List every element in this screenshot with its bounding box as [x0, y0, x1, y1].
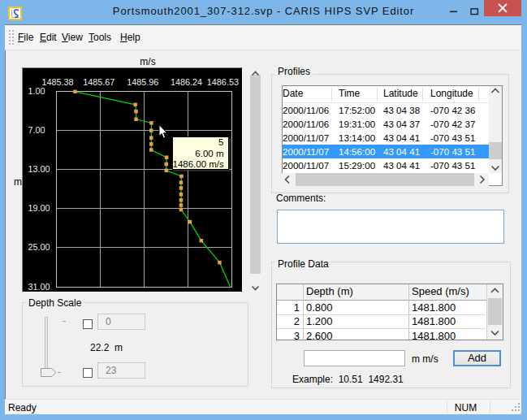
svg-text:1486.24: 1486.24 — [171, 77, 202, 87]
svg-text:19.00: 19.00 — [28, 203, 50, 213]
svg-text:13.00: 13.00 — [28, 164, 50, 174]
svg-text:25.00: 25.00 — [28, 242, 50, 252]
svg-text:7.00: 7.00 — [28, 125, 45, 135]
svg-text:1485.38: 1485.38 — [41, 77, 73, 87]
svg-text:1486.53: 1486.53 — [207, 77, 239, 87]
svg-text:1485.67: 1485.67 — [83, 77, 114, 87]
svg-text:1.00: 1.00 — [28, 86, 45, 96]
svg-text:1485.96: 1485.96 — [127, 77, 158, 87]
svg-text:31.00: 31.00 — [28, 282, 50, 292]
